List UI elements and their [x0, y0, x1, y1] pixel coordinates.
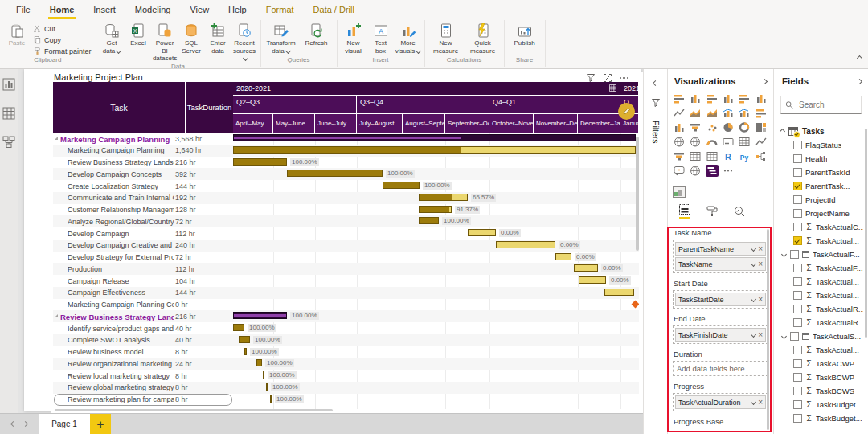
transform-data-button[interactable]: Transformdata: [264, 22, 299, 55]
viz-type-gauge-icon[interactable]: [706, 136, 719, 148]
chip-dropdown-icon[interactable]: [751, 297, 756, 302]
field-item[interactable]: ProjectId: [780, 193, 863, 207]
field-item[interactable]: ΣTaskActual...: [780, 343, 863, 357]
gantt-bar[interactable]: [419, 217, 439, 224]
ribbon-tab-view[interactable]: View: [180, 0, 219, 20]
gantt-bar[interactable]: [233, 158, 287, 166]
field-checkbox[interactable]: [793, 414, 802, 423]
task-row[interactable]: Marketing Campaign Planning1,640 hr: [53, 145, 639, 157]
expand-marker-icon[interactable]: [55, 137, 58, 140]
ribbon-tab-insert[interactable]: Insert: [84, 0, 125, 20]
task-row[interactable]: Review global marketing strategy8 hr100.…: [53, 382, 639, 394]
gantt-bar[interactable]: [270, 395, 272, 403]
viz-type-treemap-icon[interactable]: [755, 121, 768, 133]
task-row[interactable]: Review business model8 hr100.00%: [53, 346, 639, 358]
visual-thumbnail-icon[interactable]: [673, 186, 686, 198]
viz-type-arcgis-icon[interactable]: [689, 165, 702, 177]
well-dropzone[interactable]: ParentTaskName×TaskName×: [673, 240, 768, 273]
field-item[interactable]: ΣTaskBudget...: [780, 411, 863, 425]
chip-dropdown-icon[interactable]: [751, 246, 756, 252]
field-checkbox[interactable]: [793, 359, 802, 368]
ribbon-tab-file[interactable]: File: [6, 0, 40, 20]
field-item[interactable]: ΣTaskActual...: [780, 234, 863, 248]
field-item[interactable]: ΣTaskBCWP: [780, 371, 863, 384]
task-row[interactable]: Communicate and Train Internal Organizat…: [53, 192, 639, 204]
viz-type-slicer-icon[interactable]: [673, 150, 686, 162]
viz-pane-scrollbar[interactable]: [767, 229, 769, 430]
field-item[interactable]: TaskActualF...: [780, 248, 863, 261]
task-row[interactable]: Develop Campaign112 hr0.00%: [53, 227, 639, 240]
grid-icon[interactable]: [609, 84, 616, 92]
enter-data-button[interactable]: Enterdata: [205, 22, 231, 55]
viz-type-kpi-icon[interactable]: [755, 136, 768, 148]
viz-type-card-icon[interactable]: [722, 136, 735, 148]
focus-mode-icon[interactable]: [603, 73, 612, 83]
expand-filters-icon[interactable]: [653, 80, 658, 86]
viz-type-r-script-icon[interactable]: R: [722, 150, 735, 162]
task-row[interactable]: Review Business Strategy Landscape216 hr…: [53, 157, 639, 169]
fields-pane-scrollbar[interactable]: [865, 129, 867, 338]
ribbon-tab-help[interactable]: Help: [219, 0, 256, 20]
refresh-button[interactable]: Refresh: [299, 22, 334, 47]
publish-button[interactable]: Publish: [507, 22, 542, 47]
new-measure-button[interactable]: Newmeasure: [428, 22, 465, 55]
field-checkbox[interactable]: [793, 141, 802, 149]
field-chip[interactable]: TaskName×: [675, 257, 766, 271]
field-item[interactable]: ΣTaskActualF...: [780, 261, 863, 275]
viz-type-funnel-icon[interactable]: [689, 121, 702, 133]
gantt-bar[interactable]: [419, 194, 468, 201]
get-data-button[interactable]: Getdata: [99, 22, 125, 55]
field-item[interactable]: TaskActualS...: [780, 330, 863, 343]
field-checkbox[interactable]: [793, 154, 802, 163]
chip-remove-icon[interactable]: ×: [758, 296, 763, 304]
gantt-bar[interactable]: [419, 206, 452, 213]
gantt-bar[interactable]: [287, 170, 383, 177]
gantt-vertical-scrollbar[interactable]: [636, 137, 639, 251]
viz-type-line-stacked-column-icon[interactable]: [722, 107, 735, 119]
page-tab[interactable]: Page 1: [39, 414, 90, 434]
field-checkbox[interactable]: [790, 332, 799, 341]
gantt-bar[interactable]: [263, 371, 264, 379]
viz-type-line-icon[interactable]: [673, 107, 686, 119]
viz-type-qna-icon[interactable]: [673, 165, 686, 177]
gantt-bar[interactable]: [496, 241, 555, 248]
viz-type-stacked-area-icon[interactable]: [706, 107, 719, 119]
viz-type-line-clustered-column-icon[interactable]: [738, 107, 751, 119]
field-checkbox[interactable]: [793, 264, 802, 272]
viz-type-gantt-icon[interactable]: [706, 165, 719, 177]
task-row[interactable]: Develop Campaign Concepts392 hr100.00%: [53, 168, 639, 180]
more-options-icon[interactable]: [620, 77, 629, 80]
task-row[interactable]: Production112 hr0.00%: [53, 263, 639, 275]
expand-field-icon[interactable]: [781, 252, 787, 257]
model-view-icon[interactable]: [2, 136, 15, 149]
viz-type-100-stacked-column-icon[interactable]: [755, 92, 768, 104]
task-row[interactable]: Marketing Campaign Planning3,568 hr: [53, 133, 639, 145]
fields-search[interactable]: [780, 96, 862, 114]
field-item[interactable]: ParentTaskId: [780, 166, 863, 179]
field-checkbox[interactable]: [793, 223, 802, 231]
gantt-bar[interactable]: [233, 324, 244, 331]
field-chip[interactable]: ParentTaskName×: [675, 242, 766, 256]
gantt-bar[interactable]: [266, 383, 268, 391]
viz-type-matrix-icon[interactable]: [706, 150, 719, 162]
tab-analytics[interactable]: [734, 206, 745, 219]
cut-button[interactable]: Cut: [31, 23, 93, 34]
field-item[interactable]: Health: [780, 152, 863, 166]
field-item[interactable]: ΣTaskBCWS: [780, 384, 863, 398]
field-checkbox[interactable]: [793, 236, 802, 245]
more-visuals-button[interactable]: Morevisuals: [395, 22, 422, 55]
field-checkbox[interactable]: [793, 209, 802, 218]
sql-server-button[interactable]: SQLServer: [178, 22, 205, 55]
collapse-visualizations-icon[interactable]: [762, 78, 768, 84]
expand-marker-icon[interactable]: [55, 314, 58, 317]
field-checkbox[interactable]: [793, 195, 802, 204]
field-item[interactable]: ΣTaskActualC...: [780, 220, 863, 234]
well-dropzone[interactable]: TaskActualDuration×: [673, 393, 768, 411]
task-row[interactable]: Customer Relationship Management128 hr91…: [53, 204, 639, 216]
quick-measure-button[interactable]: Quickmeasure: [465, 22, 502, 55]
text-box-button[interactable]: ATextbox: [367, 22, 395, 55]
edit-pencil-badge[interactable]: [618, 103, 635, 120]
viz-type-scatter-icon[interactable]: [706, 121, 719, 133]
tab-fields[interactable]: [679, 204, 690, 219]
milestone-marker[interactable]: [632, 300, 639, 308]
